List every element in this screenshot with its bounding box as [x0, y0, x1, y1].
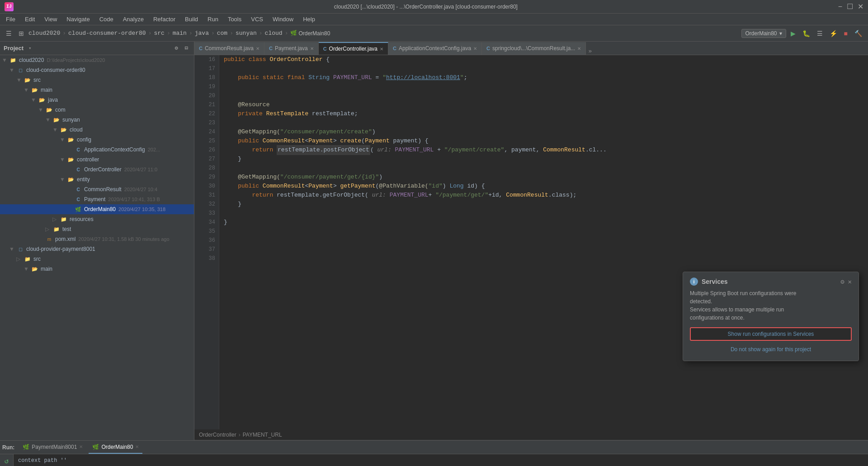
tree-item-resources[interactable]: ▷ 📁 resources: [0, 214, 194, 224]
appcontextconfig-tab-close[interactable]: ✕: [473, 46, 477, 51]
debug-button[interactable]: 🐛: [800, 29, 812, 38]
menu-build[interactable]: Build: [181, 14, 202, 24]
editor-area: C CommonResult.java ✕ C Payment.java ✕ C…: [194, 42, 868, 440]
toolbar-breadcrumb-ordermain[interactable]: 🌿 OrderMain80: [290, 30, 330, 37]
tabs-overflow-btn[interactable]: »: [588, 48, 592, 55]
toolbar-breadcrumb-module[interactable]: cloud-consumer-order80: [68, 30, 146, 37]
project-panel-dropdown[interactable]: ▾: [28, 45, 32, 51]
tree-item-cloud2020[interactable]: ▼ 📁 cloud2020 D:\IdeaProjects\cloud2020: [0, 55, 194, 65]
code-editor[interactable]: public class OrderController { public st…: [219, 55, 868, 429]
tree-item-payment[interactable]: C Payment 2020/4/17 10:41, 313 B: [0, 194, 194, 204]
tree-item-cloud-consumer-order80[interactable]: ▼ ◻ cloud-consumer-order80: [0, 65, 194, 75]
build-button[interactable]: 🔨: [852, 29, 864, 38]
menu-file[interactable]: File: [2, 14, 19, 24]
menu-analyze[interactable]: Analyze: [119, 14, 147, 24]
code-line-21: @Resource: [224, 100, 863, 109]
maximize-button[interactable]: ☐: [847, 2, 853, 11]
menu-tools[interactable]: Tools: [224, 14, 245, 24]
menu-refactor[interactable]: Refactor: [150, 14, 179, 24]
toolbar-breadcrumb-main[interactable]: main: [173, 30, 187, 37]
run-panel: Run: 🌿 PaymentMain8001 ✕ 🌿 OrderMain80 ✕…: [0, 440, 868, 466]
menu-edit[interactable]: Edit: [21, 14, 38, 24]
menu-code[interactable]: Code: [96, 14, 117, 24]
paymentmain-tab-close[interactable]: ✕: [79, 444, 83, 449]
tree-item-config[interactable]: ▼ 📂 config: [0, 135, 194, 145]
minimize-button[interactable]: −: [838, 2, 842, 11]
popup-body: Multiple Spring Boot run configurations …: [690, 289, 852, 322]
tree-item-commonresult[interactable]: C CommonResult 2020/4/27 10:4: [0, 184, 194, 194]
tab-applicationcontextconfig[interactable]: C ApplicationContextConfig.java ✕: [388, 42, 482, 55]
tree-item-cloud-provider[interactable]: ▼ ◻ cloud-provider-payment8001: [0, 244, 194, 254]
code-line-35: [224, 227, 863, 236]
ordermain-run-icon: 🌿: [92, 444, 99, 450]
toolbar-breadcrumb-sunyan[interactable]: sunyan: [236, 30, 257, 37]
tab-springcloud-commonresult[interactable]: C springcloud\...\CommonResult.ja... ✕: [482, 42, 586, 55]
popup-close-button[interactable]: ✕: [848, 278, 852, 286]
tree-item-cloud[interactable]: ▼ 📂 cloud: [0, 125, 194, 135]
menu-run[interactable]: Run: [204, 14, 222, 24]
tree-item-provider-src[interactable]: ▷ 📁 src: [0, 254, 194, 264]
java-file-icon: C: [74, 146, 82, 154]
tree-item-applicationcontextconfig[interactable]: C ApplicationContextConfig 202...: [0, 145, 194, 155]
breadcrumb-member[interactable]: PAYMENT_URL: [243, 432, 282, 438]
ordercontroller-tab-icon: C: [323, 46, 327, 52]
stop-button[interactable]: ■: [842, 29, 850, 38]
project-tree: ▼ 📁 cloud2020 D:\IdeaProjects\cloud2020 …: [0, 55, 194, 440]
breadcrumb-class[interactable]: OrderController: [199, 432, 236, 438]
coverage-button[interactable]: ☰: [815, 29, 825, 38]
project-icon: 📁: [9, 56, 17, 64]
do-not-show-again-link[interactable]: Do not show again for this project: [690, 344, 852, 355]
code-line-36: [224, 236, 863, 245]
tree-item-src[interactable]: ▼ 📂 src: [0, 75, 194, 85]
toolbar-structure-btn[interactable]: ⊞: [16, 29, 26, 38]
popup-settings-button[interactable]: ⚙: [840, 278, 844, 286]
code-line-20: [224, 91, 863, 100]
profile-button[interactable]: ⚡: [827, 29, 840, 38]
project-panel-settings[interactable]: ⚙: [173, 44, 180, 52]
menu-view[interactable]: View: [41, 14, 61, 24]
java-folder-icon: 📂: [38, 96, 46, 104]
toolbar-breadcrumb-com[interactable]: com: [217, 30, 227, 37]
toolbar-project-btn[interactable]: ☰: [4, 29, 14, 38]
ordermain-tab-close[interactable]: ✕: [135, 444, 139, 449]
toolbar-breadcrumb-src[interactable]: src: [154, 30, 164, 37]
commonresult-tab-close[interactable]: ✕: [256, 46, 259, 51]
tree-item-ordermain80[interactable]: 🌿 OrderMain80 2020/4/27 10:35, 318: [0, 204, 194, 214]
tree-item-java[interactable]: ▼ 📂 java: [0, 95, 194, 105]
run-tab-paymentmain8001[interactable]: 🌿 PaymentMain8001 ✕: [19, 441, 86, 454]
close-button[interactable]: ✕: [858, 2, 863, 11]
show-run-configs-button[interactable]: Show run configurations in Services: [690, 327, 852, 341]
payment-tab-close[interactable]: ✕: [310, 46, 314, 51]
tab-payment[interactable]: C Payment.java ✕: [264, 42, 319, 55]
menu-vcs[interactable]: VCS: [247, 14, 267, 24]
tree-item-com[interactable]: ▼ 📂 com: [0, 105, 194, 115]
toolbar-breadcrumb-cloud[interactable]: cloud: [265, 30, 283, 37]
entity-folder-icon: 📂: [67, 175, 75, 184]
tab-commonresult[interactable]: C CommonResult.java ✕: [194, 42, 264, 55]
ordercontroller-tab-close[interactable]: ✕: [380, 47, 383, 52]
title-bar-title: cloud2020 [...\cloud2020] - ...\OrderCon…: [334, 4, 518, 10]
tree-item-pom[interactable]: m pom.xml 2020/4/27 10:31, 1.58 kB 30 mi…: [0, 234, 194, 244]
run-config-dropdown[interactable]: OrderMain80 ▾: [741, 29, 786, 38]
tree-item-test[interactable]: ▷ 📁 test: [0, 224, 194, 234]
tree-item-main[interactable]: ▼ 📂 main: [0, 85, 194, 95]
run-tab-ordermain80[interactable]: 🌿 OrderMain80 ✕: [89, 441, 142, 454]
toolbar-breadcrumb-java[interactable]: java: [195, 30, 209, 37]
tree-item-entity[interactable]: ▼ 📂 entity: [0, 174, 194, 184]
menu-window[interactable]: Window: [269, 14, 297, 24]
menu-navigate[interactable]: Navigate: [63, 14, 93, 24]
tree-item-provider-main[interactable]: ▼ 📂 main: [0, 264, 194, 274]
tree-item-sunyan[interactable]: ▼ 📂 sunyan: [0, 115, 194, 125]
tree-item-ordercontroller[interactable]: C OrderController 2020/4/27 11:0: [0, 165, 194, 174]
toolbar-breadcrumb-cloud2020[interactable]: cloud2020: [28, 30, 60, 37]
tab-ordercontroller[interactable]: C OrderController.java ✕: [319, 42, 388, 55]
restart-icon[interactable]: ↺: [5, 457, 9, 466]
menu-help[interactable]: Help: [299, 14, 319, 24]
code-line-22: private RestTemplate restTemplate;: [224, 109, 863, 118]
run-button[interactable]: ▶: [788, 29, 798, 38]
tree-item-controller[interactable]: ▼ 📂 controller: [0, 155, 194, 165]
springcloud-tab-close[interactable]: ✕: [577, 46, 581, 51]
project-panel-collapse[interactable]: ⊟: [183, 44, 190, 52]
ordermain80-icon: 🌿: [74, 205, 82, 213]
code-line-28: [224, 164, 863, 173]
